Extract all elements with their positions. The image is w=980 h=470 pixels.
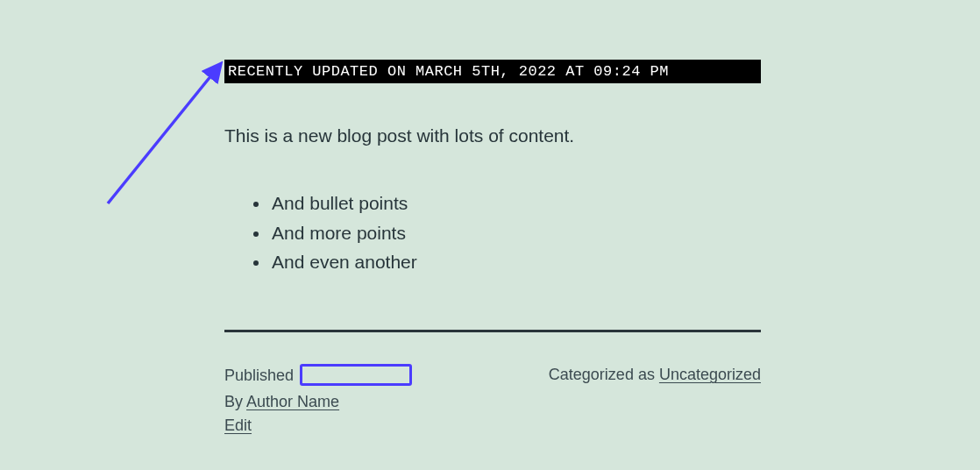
author-link[interactable]: Author Name bbox=[246, 393, 339, 410]
category-link[interactable]: Uncategorized bbox=[659, 366, 761, 383]
post-meta: Published By Author Name Edit Categorize… bbox=[224, 366, 761, 440]
post-content: RECENTLY UPDATED ON MARCH 5TH, 2022 AT 0… bbox=[224, 60, 761, 277]
categorized-label: Categorized as bbox=[549, 366, 655, 383]
svg-line-1 bbox=[108, 66, 219, 203]
edit-link[interactable]: Edit bbox=[224, 417, 252, 434]
arrow-annotation-icon bbox=[101, 59, 228, 208]
post-footer: Published By Author Name Edit Categorize… bbox=[224, 330, 761, 440]
list-item: And bullet points bbox=[270, 189, 761, 218]
footer-divider bbox=[224, 330, 761, 332]
post-intro-text: This is a new blog post with lots of con… bbox=[224, 125, 761, 146]
post-meta-left: Published By Author Name Edit bbox=[224, 366, 412, 440]
published-date-highlight-box bbox=[300, 364, 412, 386]
published-line: Published bbox=[224, 366, 412, 388]
published-label: Published bbox=[224, 367, 294, 384]
edit-line: Edit bbox=[224, 417, 412, 435]
post-meta-right: Categorized as Uncategorized bbox=[549, 366, 761, 440]
post-bullet-list: And bullet points And more points And ev… bbox=[270, 189, 761, 277]
by-label: By bbox=[224, 393, 243, 410]
author-line: By Author Name bbox=[224, 393, 412, 411]
updated-banner: RECENTLY UPDATED ON MARCH 5TH, 2022 AT 0… bbox=[224, 60, 761, 83]
list-item: And more points bbox=[270, 218, 761, 248]
list-item: And even another bbox=[270, 247, 761, 277]
